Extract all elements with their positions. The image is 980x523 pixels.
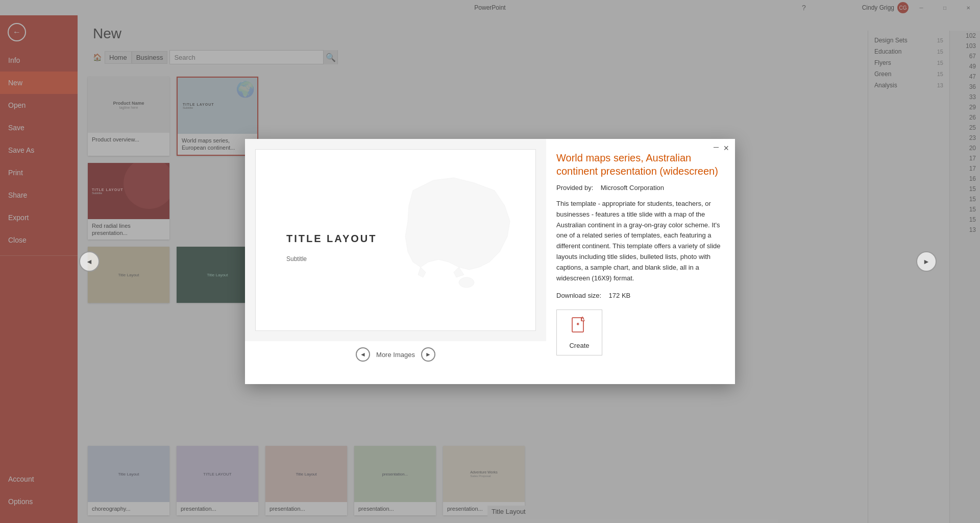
create-button[interactable]: ✦ Create <box>556 310 602 355</box>
create-doc-icon: ✦ <box>571 316 587 334</box>
create-label: Create <box>569 342 589 349</box>
modal-overlay: ◄ × ─ TITLE LAYOUT Subtitle <box>0 0 980 523</box>
modal-description: This template - appropriate for students… <box>556 199 725 283</box>
prev-image-button[interactable]: ◄ <box>356 347 370 362</box>
modal-preview-panel: TITLE LAYOUT Subtitle ◄ More Images ► <box>245 139 546 368</box>
modal-close-button[interactable]: × <box>723 143 729 154</box>
svg-point-0 <box>459 277 474 288</box>
modal-download-size: Download size: 172 KB <box>556 292 725 299</box>
preview-slide: TITLE LAYOUT Subtitle <box>256 150 535 330</box>
modal-template-title: World maps series, Australian continent … <box>556 151 725 178</box>
more-images-label: More Images <box>376 351 415 359</box>
template-detail-modal: × ─ TITLE LAYOUT Subtitle <box>245 139 735 384</box>
australia-map-svg <box>372 160 525 293</box>
create-icon: ✦ <box>571 316 587 338</box>
preview-image: TITLE LAYOUT Subtitle <box>255 149 536 331</box>
nav-arrow-right[interactable]: ► <box>916 251 937 272</box>
preview-controls: ◄ More Images ► <box>245 341 546 368</box>
nav-arrow-left[interactable]: ◄ <box>79 251 100 272</box>
next-image-button[interactable]: ► <box>421 347 435 362</box>
modal-minimize-button[interactable]: ─ <box>714 143 719 151</box>
preview-title: TITLE LAYOUT <box>286 233 377 245</box>
modal-info-panel: World maps series, Australian continent … <box>546 139 735 368</box>
svg-text:✦: ✦ <box>576 321 580 327</box>
preview-subtitle: Subtitle <box>286 255 307 263</box>
modal-body: TITLE LAYOUT Subtitle ◄ More Images ► Wo… <box>245 139 735 368</box>
create-button-container: ✦ Create <box>556 310 725 355</box>
modal-provider: Provided by: Microsoft Corporation <box>556 184 725 192</box>
